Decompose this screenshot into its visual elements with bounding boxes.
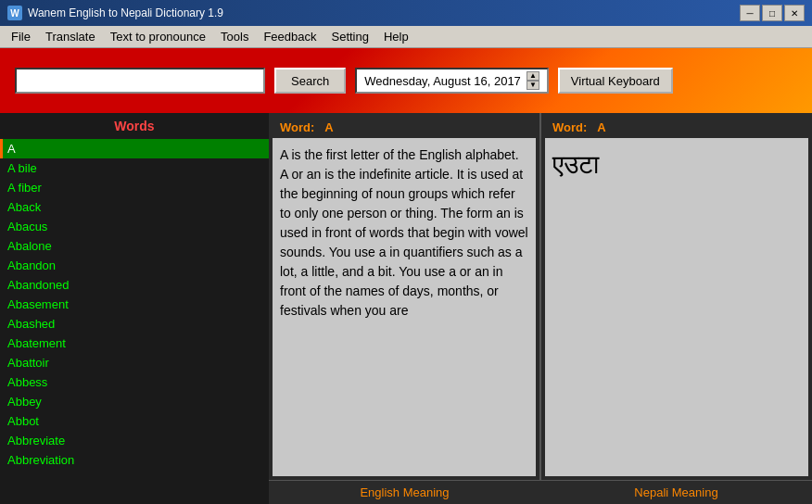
date-down-button[interactable]: ▼ <box>527 81 539 90</box>
nepali-word-value: A <box>597 120 605 134</box>
list-item[interactable]: A <box>0 139 269 158</box>
words-header: Words <box>0 113 269 139</box>
left-panel: Words AA bileA fiberAbackAbacusAbaloneAb… <box>0 113 269 504</box>
panels-footer: English Meaning Nepali Meaning <box>269 480 812 504</box>
list-item[interactable]: Abalone <box>0 236 269 256</box>
list-item[interactable]: Abbess <box>0 372 269 392</box>
english-content: A is the first letter of the English alp… <box>273 138 536 476</box>
word-list[interactable]: AA bileA fiberAbackAbacusAbaloneAbandonA… <box>0 139 269 504</box>
menu-item-file[interactable]: File <box>4 28 38 45</box>
english-word-label: Word: A <box>273 117 536 138</box>
nepali-footer: Nepali Meaning <box>540 480 812 504</box>
close-button[interactable]: ✕ <box>784 5 805 21</box>
list-item[interactable]: A bile <box>0 158 269 178</box>
menu-item-setting[interactable]: Setting <box>324 28 375 45</box>
date-display: Wednesday, August 16, 2017 ▲ ▼ <box>355 68 549 94</box>
list-item[interactable]: Abbreviation <box>0 450 269 470</box>
header: Search Wednesday, August 16, 2017 ▲ ▼ Vi… <box>0 48 812 113</box>
date-spinner: ▲ ▼ <box>527 71 539 90</box>
nepali-panel: Word: A एउटा <box>541 113 812 480</box>
nepali-content: एउटा <box>545 138 808 476</box>
date-text: Wednesday, August 16, 2017 <box>364 74 521 88</box>
virtual-keyboard-button[interactable]: Virtual Keyboard <box>558 68 673 94</box>
menu-item-text-to-pronounce[interactable]: Text to pronounce <box>103 28 213 45</box>
list-item[interactable]: Abasement <box>0 295 269 314</box>
word-list-container: AA bileA fiberAbackAbacusAbaloneAbandonA… <box>0 139 269 504</box>
search-button[interactable]: Search <box>274 68 346 94</box>
menubar: FileTranslateText to pronounceToolsFeedb… <box>0 26 812 48</box>
list-item[interactable]: Abacus <box>0 217 269 236</box>
list-item[interactable]: Aback <box>0 197 269 217</box>
minimize-button[interactable]: ─ <box>740 5 760 21</box>
list-item[interactable]: Abattoir <box>0 353 269 372</box>
menu-item-translate[interactable]: Translate <box>38 28 103 45</box>
window-controls: ─ □ ✕ <box>740 5 805 21</box>
list-item[interactable]: Abbey <box>0 392 269 411</box>
nepali-word-label: Word: A <box>545 117 808 138</box>
main-content: Words AA bileA fiberAbackAbacusAbaloneAb… <box>0 113 812 504</box>
titlebar: W Wanem English to Nepali Dictionary 1.9… <box>0 0 812 26</box>
list-item[interactable]: Abbreviate <box>0 431 269 450</box>
list-item[interactable]: Abandoned <box>0 275 269 295</box>
list-item[interactable]: Abbot <box>0 411 269 431</box>
list-item[interactable]: Abatement <box>0 334 269 353</box>
search-input[interactable] <box>15 68 265 94</box>
english-panel: Word: A A is the first letter of the Eng… <box>269 113 539 480</box>
list-item[interactable]: Abashed <box>0 314 269 334</box>
titlebar-left: W Wanem English to Nepali Dictionary 1.9 <box>7 6 223 20</box>
maximize-button[interactable]: □ <box>762 5 782 21</box>
app-icon: W <box>7 6 22 20</box>
list-item[interactable]: A fiber <box>0 178 269 197</box>
english-footer: English Meaning <box>269 480 540 504</box>
menu-item-feedback[interactable]: Feedback <box>256 28 324 45</box>
date-up-button[interactable]: ▲ <box>527 71 539 81</box>
panels-row: Word: A A is the first letter of the Eng… <box>269 113 812 480</box>
menu-item-tools[interactable]: Tools <box>213 28 256 45</box>
menu-item-help[interactable]: Help <box>376 28 416 45</box>
app-title: Wanem English to Nepali Dictionary 1.9 <box>28 6 223 19</box>
english-word-value: A <box>324 120 333 134</box>
right-panels: Word: A A is the first letter of the Eng… <box>269 113 812 504</box>
list-item[interactable]: Abandon <box>0 256 269 275</box>
